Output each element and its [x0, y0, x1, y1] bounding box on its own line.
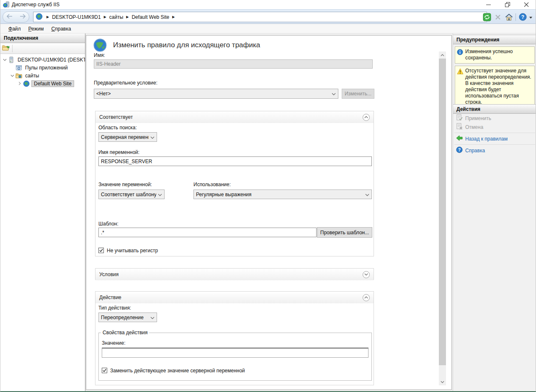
- cancel-button[interactable]: Отмена: [453, 123, 536, 131]
- save-connection-icon[interactable]: [2, 44, 10, 52]
- expand-icon[interactable]: [363, 271, 370, 278]
- apply-icon: [456, 114, 463, 122]
- home-icon[interactable]: [505, 13, 513, 21]
- value-input[interactable]: [102, 348, 368, 358]
- body-area: Подключения DESKTOP-U1MK9D1 (DESKTOP Пул…: [0, 33, 536, 391]
- action-type-select[interactable]: Переопределение: [98, 313, 157, 322]
- connections-panel: Подключения DESKTOP-U1MK9D1 (DESKTOP Пул…: [0, 33, 85, 391]
- usage-select[interactable]: Регулярные выражения: [193, 190, 372, 199]
- ignore-case-checkbox[interactable]: [98, 248, 104, 253]
- precondition-select[interactable]: <Нет>: [94, 89, 338, 99]
- help-circle-icon: ?: [456, 146, 463, 154]
- breadcrumb-arrow-icon: ▶: [126, 15, 129, 19]
- scroll-down-icon[interactable]: [439, 378, 446, 385]
- server-icon: [8, 56, 15, 63]
- help-link[interactable]: ? Справка: [453, 146, 536, 155]
- tree-label-server: DESKTOP-U1MK9D1 (DESKTOP: [16, 56, 85, 63]
- chevron-collapsed-icon[interactable]: [17, 81, 22, 86]
- tree-item-app-pools[interactable]: Пулы приложений: [0, 64, 85, 72]
- match-section-header[interactable]: Соответствует: [95, 111, 374, 123]
- toolbar-separator: [515, 13, 516, 21]
- variable-name-label: Имя переменной:: [98, 149, 139, 155]
- action-type-label: Тип действия:: [98, 305, 131, 311]
- connections-toolbar: [0, 43, 85, 54]
- conditions-section-title: Условия: [99, 272, 119, 277]
- menu-file[interactable]: Файл: [5, 25, 25, 33]
- vertical-scrollbar[interactable]: [439, 51, 446, 385]
- chevron-down-icon: [150, 134, 155, 140]
- breadcrumb-arrow-icon: ▶: [172, 15, 175, 19]
- conditions-section-header[interactable]: Условия: [95, 269, 374, 280]
- back-icon[interactable]: [6, 14, 13, 20]
- nav-buttons: [3, 11, 29, 23]
- usage-value: Регулярные выражения: [196, 192, 363, 197]
- variable-value-label: Значение переменной:: [98, 182, 152, 187]
- tree-item-sites[interactable]: сайты: [0, 72, 85, 79]
- scope-label: Область поиска:: [98, 125, 137, 131]
- close-button[interactable]: [517, 0, 536, 9]
- menu-help[interactable]: Справка: [48, 25, 75, 33]
- back-to-rules-link[interactable]: Назад к правилам: [453, 134, 536, 143]
- address-toolbar: ▶ DESKTOP-U1MK9D1 ▶ сайты ▶ Default Web …: [0, 9, 536, 24]
- variable-value-value: Соответствует шаблону: [101, 192, 156, 197]
- pattern-input[interactable]: [98, 228, 317, 237]
- refresh-icon[interactable]: [483, 13, 491, 21]
- tree-label-app-pools: Пулы приложений: [24, 64, 69, 71]
- variable-value-select[interactable]: Соответствует шаблону: [98, 190, 165, 199]
- tree-item-server[interactable]: DESKTOP-U1MK9D1 (DESKTOP: [0, 56, 85, 64]
- name-label: Имя:: [94, 52, 105, 58]
- warning-alert: Отсутствует значение для действия переоп…: [455, 66, 535, 108]
- chevron-expanded-icon[interactable]: [2, 57, 7, 62]
- breadcrumb-sites[interactable]: сайты: [109, 14, 124, 20]
- back-arrow-icon: [456, 135, 463, 142]
- apply-button[interactable]: Применить: [453, 114, 536, 123]
- action-section-header[interactable]: Действие: [95, 292, 374, 303]
- chevron-expanded-icon[interactable]: [10, 73, 15, 78]
- breadcrumb-server[interactable]: DESKTOP-U1MK9D1: [52, 14, 100, 20]
- info-alert-text: Изменения успешно сохранены.: [465, 49, 533, 61]
- stop-icon[interactable]: [494, 13, 502, 21]
- menu-view[interactable]: Режим: [25, 25, 48, 33]
- test-pattern-button[interactable]: Проверить шаблон...: [317, 227, 372, 238]
- actions-separator: [454, 144, 535, 145]
- collapse-icon[interactable]: [363, 114, 370, 121]
- help-icon[interactable]: ?: [518, 13, 527, 21]
- tree-item-default-web-site[interactable]: Default Web Site: [0, 79, 85, 87]
- minimize-button[interactable]: [479, 0, 498, 9]
- connections-tree: DESKTOP-U1MK9D1 (DESKTOP Пулы приложений…: [0, 54, 85, 87]
- scope-select[interactable]: Серверная переменн: [98, 132, 157, 142]
- title-bar: Диспетчер служб IIS: [0, 0, 536, 9]
- chevron-down-icon: [332, 91, 336, 97]
- forward-icon[interactable]: [19, 14, 26, 20]
- info-icon: [457, 49, 464, 61]
- sites-folder-icon: [15, 72, 22, 79]
- alerts-header: Предупреждения: [453, 35, 536, 44]
- info-alert: Изменения успешно сохранены.: [455, 46, 535, 64]
- scrollbar-thumb[interactable]: [439, 59, 446, 365]
- restore-button[interactable]: [498, 0, 517, 9]
- warning-alert-text: Отсутствует значение для действия переоп…: [465, 68, 533, 105]
- page-globe-icon: [93, 38, 107, 54]
- usage-label: Использование:: [193, 182, 231, 187]
- breadcrumb-default-web-site[interactable]: Default Web Site: [131, 14, 169, 20]
- toolbar-separator: [12, 45, 13, 52]
- name-input[interactable]: [94, 59, 373, 69]
- actions-header: Действия: [453, 104, 536, 114]
- variable-name-input[interactable]: [98, 156, 372, 166]
- cancel-icon: [456, 123, 463, 131]
- right-panel: Предупреждения Изменения успешно сохране…: [453, 33, 536, 391]
- breadcrumb-arrow-icon: ▶: [104, 15, 106, 19]
- help-dropdown-icon[interactable]: [529, 14, 532, 20]
- edit-precondition-button[interactable]: Изменить...: [342, 89, 374, 99]
- collapse-icon[interactable]: [363, 294, 370, 301]
- pattern-label: Шаблон:: [98, 221, 119, 227]
- breadcrumb-arrow-icon: ▶: [46, 15, 49, 19]
- conditions-section: Условия: [95, 268, 374, 280]
- replace-value-checkbox[interactable]: [102, 368, 107, 373]
- actions-list: Применить Отмена Назад к правилам ? Спра…: [453, 114, 536, 155]
- web-site-globe-icon: [23, 80, 30, 87]
- scroll-up-icon[interactable]: [439, 51, 446, 59]
- address-bar[interactable]: ▶ DESKTOP-U1MK9D1 ▶ сайты ▶ Default Web …: [33, 12, 487, 22]
- chevron-down-icon: [365, 192, 369, 197]
- connections-header: Подключения: [0, 33, 85, 43]
